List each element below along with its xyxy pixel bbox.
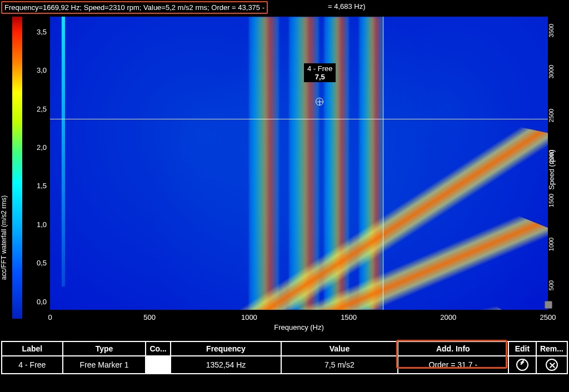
col-type[interactable]: Type — [63, 341, 146, 356]
col-value[interactable]: Value — [281, 341, 397, 356]
x-tick: 0 — [48, 313, 52, 321]
resize-handle[interactable] — [545, 301, 552, 309]
x-axis-label: Frequency (Hz) — [274, 323, 324, 331]
plot-canvas[interactable]: 4 - Free 7,5 — [50, 17, 548, 310]
cell-value: 7,5 m/s2 — [281, 356, 397, 374]
pencil-icon[interactable] — [516, 359, 528, 371]
cell-frequency: 1352,54 Hz — [171, 356, 282, 374]
y2-tick: 3500 — [548, 24, 555, 37]
colorbar — [12, 17, 22, 319]
x-tick: 2500 — [540, 313, 556, 321]
y2-axis-label: Speed (rpm) — [547, 149, 555, 189]
y2-tick: 500 — [548, 280, 555, 290]
y-tick: 1,5 — [37, 182, 47, 190]
crosshair-horizontal[interactable] — [50, 119, 548, 119]
y-tick: 2,5 — [37, 104, 47, 113]
col-edit[interactable]: Edit — [508, 341, 536, 356]
x-tick: 1000 — [241, 313, 257, 321]
cell-label: 4 - Free — [2, 356, 63, 374]
col-add-info[interactable]: Add. Info — [398, 341, 508, 356]
cursor-readout-suffix: = 4,683 Hz) — [328, 2, 366, 11]
col-remove[interactable]: Rem... — [536, 341, 567, 356]
close-icon[interactable] — [546, 359, 558, 371]
col-frequency[interactable]: Frequency — [171, 341, 282, 356]
y2-tick: 1000 — [548, 238, 555, 251]
x-axis: 0 500 1000 1500 2000 2500 Frequency (Hz) — [50, 310, 548, 332]
y2-tick: 3000 — [548, 65, 555, 78]
table-row[interactable]: 4 - Free Free Marker 1 1352,54 Hz 7,5 m/… — [2, 356, 567, 374]
x-tick: 1500 — [341, 313, 357, 321]
y-tick: 3,5 — [37, 27, 47, 36]
crosshair-vertical[interactable] — [383, 17, 383, 310]
marker-table: Label Type Co... Frequency Value Add. In… — [1, 341, 568, 374]
free-marker-4[interactable] — [316, 98, 323, 105]
x-tick: 500 — [143, 313, 156, 321]
free-marker-4-label: 4 - Free 7,5 — [304, 63, 336, 82]
cell-color-swatch[interactable] — [146, 356, 170, 374]
cursor-readout: Frequency=1669,92 Hz; Speed=2310 rpm; Va… — [1, 1, 268, 14]
marker-label-line2: 7,5 — [307, 73, 333, 81]
y-tick: 3,0 — [37, 66, 47, 74]
y-tick: 2,0 — [37, 143, 47, 152]
cell-remove[interactable] — [536, 356, 567, 374]
y-axis-label: acc/FFT waterfall (m/s2 rms) — [0, 165, 8, 310]
col-color[interactable]: Co... — [146, 341, 170, 356]
y-tick: 0,0 — [37, 298, 47, 306]
col-label[interactable]: Label — [2, 341, 63, 356]
y-tick: 1,0 — [37, 220, 47, 229]
table-header-row: Label Type Co... Frequency Value Add. In… — [2, 341, 567, 356]
y2-tick: 2500 — [548, 109, 555, 122]
marker-label-line1: 4 - Free — [307, 64, 333, 73]
cell-add-info: Order = 31,7 - — [398, 356, 508, 374]
cell-edit[interactable] — [508, 356, 536, 374]
y2-tick: 1500 — [548, 194, 555, 207]
x-tick: 2000 — [440, 313, 456, 321]
cell-type: Free Marker 1 — [63, 356, 146, 374]
y-axis-left: 0,0 0,5 1,0 1,5 2,0 2,5 3,0 3,5 — [22, 17, 49, 310]
waterfall-chart[interactable]: 0,0 0,5 1,0 1,5 2,0 2,5 3,0 3,5 acc/FFT … — [0, 16, 569, 339]
y-tick: 0,5 — [37, 259, 47, 267]
